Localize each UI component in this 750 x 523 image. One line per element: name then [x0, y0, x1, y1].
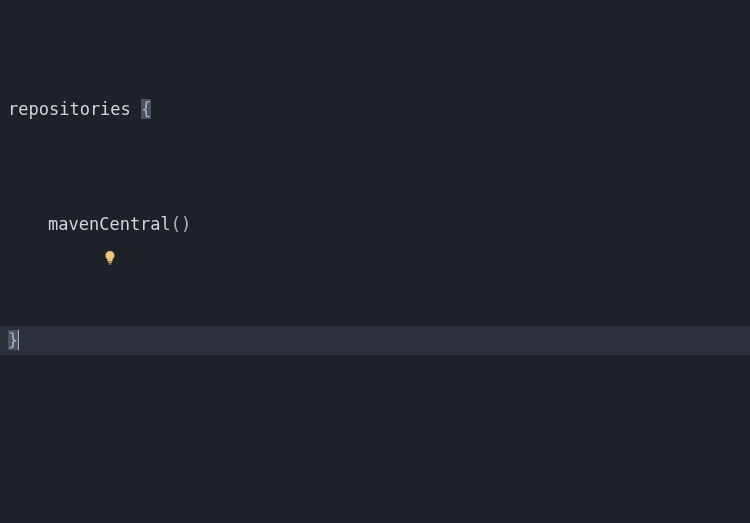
brace-close: } [8, 330, 18, 350]
code-editor[interactable]: repositories { mavenCentral() } dependen… [0, 8, 750, 523]
code-line[interactable]: repositories { [0, 95, 750, 124]
keyword-text: repositories [8, 99, 131, 119]
svg-rect-1 [108, 263, 111, 264]
parens-text: () [171, 214, 191, 234]
method-text: mavenCentral [48, 214, 171, 234]
gutter[interactable] [8, 217, 48, 233]
code-line[interactable]: mavenCentral() [0, 210, 750, 239]
intention-bulb-icon[interactable] [20, 217, 36, 233]
code-line-active[interactable]: } [0, 326, 750, 355]
svg-rect-0 [108, 262, 112, 263]
brace-open: { [141, 99, 151, 119]
text-cursor [18, 330, 19, 350]
code-line-empty[interactable] [0, 442, 750, 471]
